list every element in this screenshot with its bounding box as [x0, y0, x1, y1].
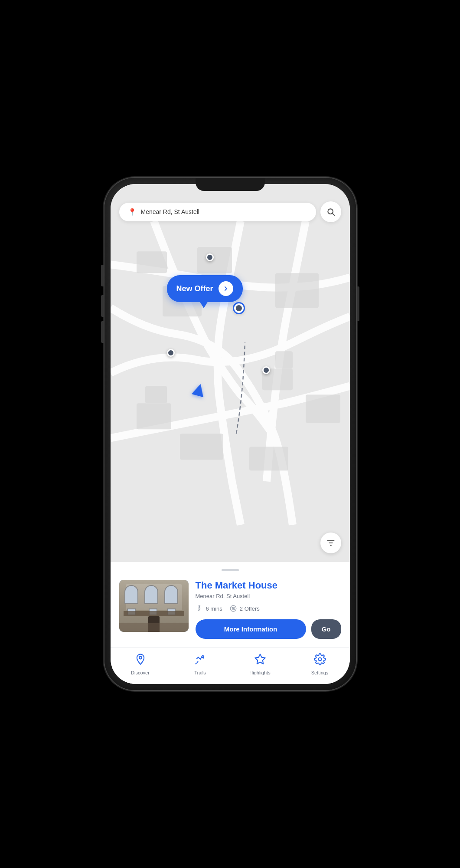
venue-info: The Market House Menear Rd, St Austell 6…: [196, 580, 341, 639]
offers-item: 2 Offers: [229, 605, 260, 612]
offers-text: 2 Offers: [240, 605, 260, 612]
discover-icon: [134, 653, 147, 668]
map-marker-2[interactable]: [167, 349, 175, 357]
nav-item-settings[interactable]: Settings: [305, 653, 335, 675]
search-text: Menear Rd, St Austell: [141, 208, 199, 215]
new-offer-arrow-icon: [219, 281, 233, 296]
search-input-wrap[interactable]: 📍 Menear Rd, St Austell: [119, 203, 316, 221]
svg-rect-6: [275, 273, 319, 308]
svg-point-17: [199, 605, 200, 607]
walk-icon: [196, 605, 203, 612]
svg-point-20: [234, 609, 235, 610]
phone-screen: 📍 Menear Rd, St Austell New Offer: [111, 184, 350, 684]
new-offer-bubble[interactable]: New Offer: [167, 275, 243, 302]
map-background: [111, 184, 350, 562]
settings-label: Settings: [311, 670, 329, 675]
trails-label: Trails: [194, 670, 206, 675]
svg-rect-9: [306, 395, 340, 423]
search-button[interactable]: [320, 201, 341, 222]
map-marker-selected[interactable]: [234, 303, 244, 313]
venue-meta: 6 mins 2 Offers: [196, 605, 341, 612]
svg-rect-4: [275, 351, 293, 368]
svg-point-22: [318, 658, 321, 661]
venue-image: [119, 580, 189, 632]
svg-rect-11: [249, 447, 288, 470]
svg-marker-21: [255, 654, 265, 664]
venue-card: The Market House Menear Rd, St Austell 6…: [119, 580, 341, 639]
svg-point-19: [232, 607, 233, 608]
map-marker-3[interactable]: [262, 366, 270, 374]
phone-notch: [196, 178, 265, 191]
location-pin-icon: 📍: [128, 208, 137, 216]
svg-rect-7: [197, 247, 232, 273]
highlights-icon: [254, 653, 266, 668]
venue-address: Menear Rd, St Austell: [196, 593, 341, 599]
go-button[interactable]: Go: [311, 619, 341, 639]
walk-time-item: 6 mins: [196, 605, 222, 612]
new-offer-label: New Offer: [176, 284, 213, 293]
venue-actions: More Information Go: [196, 619, 341, 639]
map-marker-1[interactable]: [206, 253, 214, 261]
venue-name: The Market House: [196, 580, 341, 591]
bubble-tail: [199, 301, 208, 308]
discover-label: Discover: [131, 670, 150, 675]
trails-icon: [194, 653, 206, 668]
search-bar: 📍 Menear Rd, St Austell: [119, 201, 341, 222]
building-illustration: [119, 580, 189, 632]
offers-icon: [229, 605, 237, 612]
svg-rect-1: [137, 403, 171, 429]
bottom-navigation: Discover Trails Highli: [111, 648, 350, 684]
filter-button[interactable]: [320, 533, 341, 553]
nav-item-trails[interactable]: Trails: [185, 653, 215, 675]
more-info-button[interactable]: More Information: [196, 619, 306, 639]
nav-item-highlights[interactable]: Highlights: [245, 653, 275, 675]
svg-rect-2: [145, 386, 167, 403]
map-area[interactable]: 📍 Menear Rd, St Austell New Offer: [111, 184, 350, 562]
walk-time-text: 6 mins: [206, 605, 222, 612]
highlights-label: Highlights: [249, 670, 270, 675]
svg-line-13: [332, 214, 334, 216]
nav-item-discover[interactable]: Discover: [125, 653, 156, 675]
settings-icon: [314, 653, 326, 668]
phone-device: 📍 Menear Rd, St Austell New Offer: [104, 178, 356, 690]
svg-rect-8: [137, 251, 167, 273]
bottom-sheet: The Market House Menear Rd, St Austell 6…: [111, 562, 350, 648]
svg-rect-10: [180, 434, 223, 460]
sheet-handle: [222, 569, 239, 571]
